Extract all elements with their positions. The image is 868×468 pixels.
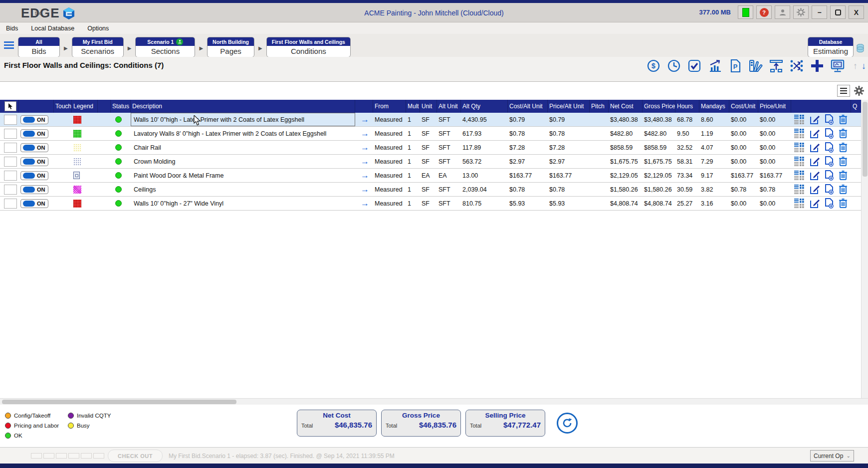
from-cell[interactable]: Measured [373, 183, 406, 196]
spacer-column-header[interactable] [98, 100, 111, 113]
alt-unit-cell[interactable]: SFT [437, 141, 461, 154]
mult-cell[interactable]: 1 [406, 197, 420, 210]
hamburger-icon[interactable] [4, 41, 14, 50]
touch-cell[interactable] [54, 113, 72, 126]
price-alt-unit-cell[interactable]: $0.78 [548, 183, 590, 196]
description-column-header[interactable]: Description [131, 100, 355, 113]
edit-icon[interactable] [810, 156, 820, 167]
row-select-cell[interactable] [0, 113, 19, 126]
pitch-cell[interactable] [590, 183, 609, 196]
row-detail-grid-icon[interactable] [794, 171, 805, 180]
settings-button[interactable] [793, 5, 809, 19]
edit-icon[interactable] [810, 198, 820, 209]
cost-alt-unit-cell[interactable]: $0.78 [508, 183, 548, 196]
delete-icon[interactable] [839, 128, 848, 139]
description-cell[interactable]: Crown Molding [131, 155, 355, 168]
vertical-scrollbar[interactable] [861, 100, 868, 398]
touch-cell[interactable] [54, 127, 72, 140]
arrow-column-header[interactable] [355, 100, 373, 113]
unit-cell[interactable]: SF [420, 155, 437, 168]
breadcrumb-database[interactable]: Database Estimating [808, 37, 854, 57]
cost-alt-unit-cell[interactable]: $163.77 [508, 169, 548, 182]
add-condition-icon[interactable] [810, 58, 825, 73]
edit-icon[interactable] [810, 170, 820, 181]
on-toggle[interactable]: ON [20, 199, 48, 208]
edit-icon[interactable] [810, 114, 820, 125]
grid-settings-gear-icon[interactable] [854, 86, 864, 96]
move-down-icon[interactable]: ↓ [862, 61, 866, 71]
from-arrow-cell[interactable]: → [355, 113, 373, 126]
toggle-cell[interactable]: ON [19, 169, 54, 182]
move-up-icon[interactable]: ↑ [853, 61, 858, 71]
row-checkbox[interactable] [4, 115, 17, 125]
alt-qty-cell[interactable]: 2,039.04 [461, 183, 508, 196]
pitch-cell[interactable] [590, 197, 609, 210]
mandays-column-header[interactable]: Mandays [699, 100, 729, 113]
duplicate-icon[interactable] [825, 114, 834, 125]
row-checkbox[interactable] [4, 199, 17, 209]
cost-alt-unit-column-header[interactable]: Cost/Alt Unit [508, 100, 548, 113]
row-select-cell[interactable] [0, 127, 19, 140]
clock-icon[interactable] [666, 58, 681, 73]
crossout-scatter-icon[interactable] [789, 58, 804, 73]
delete-icon[interactable] [839, 142, 848, 153]
alt-qty-cell[interactable]: 617.93 [461, 127, 508, 140]
alt-unit-cell[interactable]: EA [437, 169, 461, 182]
row-select-cell[interactable] [0, 155, 19, 168]
duplicate-icon[interactable] [825, 142, 834, 153]
row-select-cell[interactable] [0, 141, 19, 154]
cost-alt-unit-cell[interactable]: $0.78 [508, 127, 548, 140]
mult-cell[interactable]: 1 [406, 155, 420, 168]
pitch-column-header[interactable]: Pitch [590, 100, 609, 113]
menu-options[interactable]: Options [87, 25, 109, 32]
user-button[interactable] [775, 5, 790, 19]
current-op-dropdown[interactable]: Current Op ⌄ [810, 450, 854, 462]
mult-column-header[interactable]: Mult [406, 100, 420, 113]
duplicate-icon[interactable] [825, 156, 834, 167]
alt-qty-cell[interactable]: 117.89 [461, 141, 508, 154]
price-alt-unit-cell[interactable]: $2.97 [548, 155, 590, 168]
legend-cell[interactable] [72, 155, 98, 168]
row-checkbox[interactable] [4, 185, 17, 195]
unit-cell[interactable]: SF [420, 141, 437, 154]
takeoff-screen-icon[interactable] [830, 58, 845, 73]
from-cell[interactable]: Measured [373, 141, 406, 154]
pitch-cell[interactable] [590, 141, 609, 154]
row-checkbox[interactable] [4, 129, 17, 139]
table-row[interactable]: ON Walls 10' 0"high - Latex Primer with … [0, 113, 861, 127]
connection-status-button[interactable] [738, 5, 753, 19]
duplicate-icon[interactable] [825, 184, 834, 195]
delete-icon[interactable] [839, 156, 848, 167]
description-cell[interactable]: Lavatory Walls 8' 0"high - Latex Primer … [131, 127, 355, 140]
legend-cell[interactable] [72, 197, 98, 210]
alt-qty-cell[interactable]: 810.75 [461, 197, 508, 210]
rollup-tree-icon[interactable] [769, 58, 784, 73]
unit-cell[interactable]: SF [420, 183, 437, 196]
toggle-cell[interactable]: ON [19, 183, 54, 196]
table-row[interactable]: ON Ceilings → Measured 1 SF SFT 2,039.04… [0, 183, 861, 197]
row-detail-grid-icon[interactable] [794, 115, 805, 124]
row-detail-grid-icon[interactable] [794, 157, 805, 166]
cost-unit-column-header[interactable]: Cost/Unit [729, 100, 758, 113]
unit-cell[interactable]: SF [420, 113, 437, 126]
touch-cell[interactable] [54, 183, 72, 196]
alt-qty-cell[interactable]: 4,430.95 [461, 113, 508, 126]
legend-cell[interactable] [72, 169, 98, 182]
price-alt-unit-column-header[interactable]: Price/Alt Unit [548, 100, 590, 113]
delete-icon[interactable] [839, 184, 848, 195]
description-cell[interactable]: Walls 10' 0"high - 27" Wide Vinyl [131, 197, 355, 210]
price-alt-unit-cell[interactable]: $5.93 [548, 197, 590, 210]
toggle-column-header[interactable] [19, 100, 54, 113]
description-cell[interactable]: Ceilings [131, 183, 355, 196]
from-cell[interactable]: Measured [373, 113, 406, 126]
on-toggle[interactable]: ON [20, 143, 48, 152]
q-column-header[interactable]: Q [851, 100, 861, 113]
database-icon[interactable] [857, 44, 864, 53]
row-detail-grid-icon[interactable] [794, 185, 805, 194]
from-arrow-cell[interactable]: → [355, 127, 373, 140]
description-cell[interactable]: Walls 10' 0"high - Latex Primer with 2 C… [131, 113, 355, 126]
from-cell[interactable]: Measured [373, 197, 406, 210]
row-select-cell[interactable] [0, 197, 19, 210]
from-arrow-cell[interactable]: → [355, 183, 373, 196]
from-arrow-cell[interactable]: → [355, 169, 373, 182]
